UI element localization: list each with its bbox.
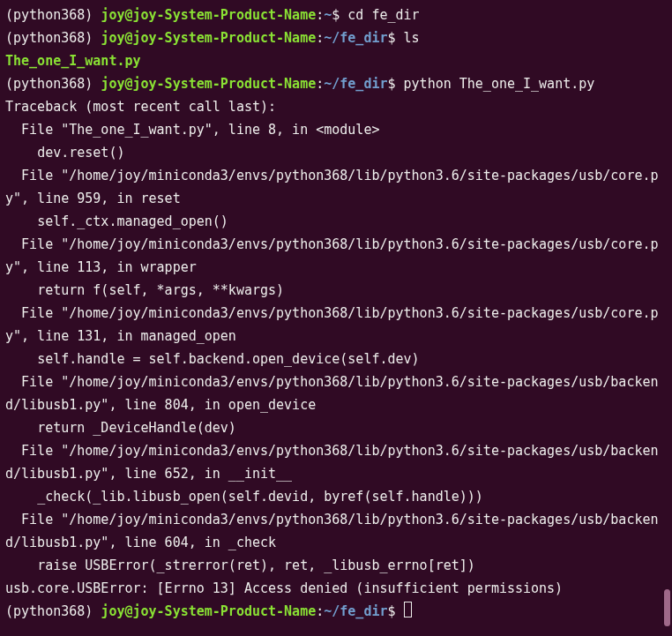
env-name: (python368) [5,603,101,619]
path: ~/fe_dir [324,30,387,46]
dollar: $ [388,603,404,619]
path: ~/fe_dir [324,76,387,92]
user-host: joy@joy-System-Product-Name [101,30,316,46]
dollar: $ [388,76,404,92]
traceback-line: dev.reset() [5,145,124,161]
command: python The_one_I_want.py [404,76,595,92]
traceback-line: File "/home/joy/miniconda3/envs/python36… [5,512,659,550]
traceback-line: File "The_one_I_want.py", line 8, in <mo… [5,122,379,138]
traceback-line: return _DeviceHandle(dev) [5,420,236,436]
colon: : [316,76,324,92]
traceback-line: File "/home/joy/miniconda3/envs/python36… [5,374,659,413]
ls-output-file: The_one_I_want.py [5,53,141,69]
dollar: $ [332,7,347,23]
traceback-line: self.handle = self.backend.open_device(s… [5,351,420,367]
prompt-line-2: (python368) joy@joy-System-Product-Name:… [5,30,420,46]
command: cd fe_dir [347,7,419,23]
traceback-line: File "/home/joy/miniconda3/envs/python36… [5,236,659,275]
path: ~/fe_dir [324,603,387,619]
traceback-line: raise USBError(_strerror(ret), ret, _lib… [5,557,475,573]
user-host: joy@joy-System-Product-Name [101,7,316,23]
traceback-line: usb.core.USBError: [Errno 13] Access den… [5,580,563,596]
cursor-icon [404,602,412,617]
traceback-line: File "/home/joy/miniconda3/envs/python36… [5,168,659,206]
prompt-line-3: (python368) joy@joy-System-Product-Name:… [5,76,594,92]
colon: : [316,7,324,23]
traceback-line: File "/home/joy/miniconda3/envs/python36… [5,305,659,344]
traceback-line: Traceback (most recent call last): [5,99,276,115]
traceback-line: _check(_lib.libusb_open(self.devid, byre… [5,489,483,505]
scrollbar-thumb[interactable] [664,589,670,626]
command: ls [404,30,420,46]
colon: : [316,30,324,46]
user-host: joy@joy-System-Product-Name [101,76,316,92]
prompt-line-1: (python368) joy@joy-System-Product-Name:… [5,7,420,23]
terminal-output[interactable]: (python368) joy@joy-System-Product-Name:… [5,4,667,623]
env-name: (python368) [5,30,101,46]
env-name: (python368) [5,7,101,23]
prompt-line-4: (python368) joy@joy-System-Product-Name:… [5,603,412,619]
colon: : [316,603,324,619]
user-host: joy@joy-System-Product-Name [101,603,316,619]
traceback-line: return f(self, *args, **kwargs) [5,282,284,298]
dollar: $ [388,30,404,46]
traceback-line: File "/home/joy/miniconda3/envs/python36… [5,443,659,482]
traceback-line: self._ctx.managed_open() [5,213,228,229]
env-name: (python368) [5,76,101,92]
path: ~ [324,7,332,23]
